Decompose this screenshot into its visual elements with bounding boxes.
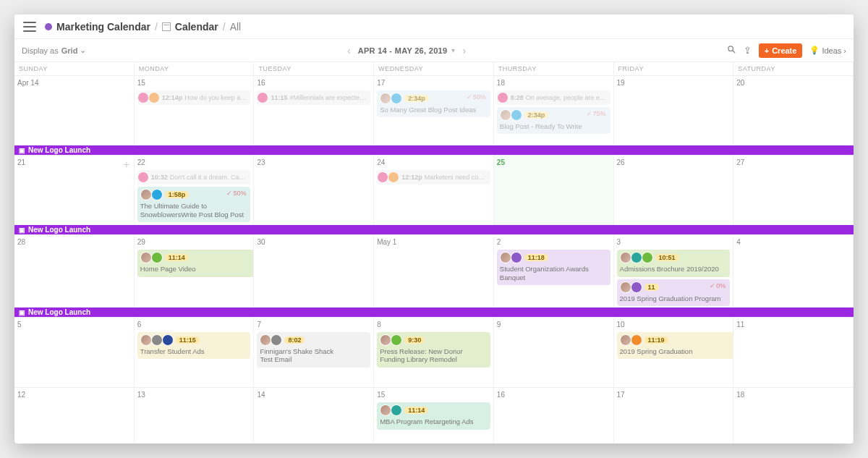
item-title: Transfer Student Ads <box>140 347 248 355</box>
campaign-bar[interactable]: ▣New Logo Launch <box>14 225 854 234</box>
day-header: Sunday <box>14 62 135 75</box>
item-title: So Many Great Blog Post Ideas <box>380 106 488 114</box>
day-cell[interactable]: 2412:12pMarketers need consis… <box>374 156 494 225</box>
folder-icon: ▣ <box>19 309 25 316</box>
ideas-button[interactable]: 💡 Ideas › <box>809 46 846 55</box>
day-cell[interactable]: 2911:14Home Page Video <box>135 235 255 308</box>
channel-icon <box>257 92 268 103</box>
calendar-item[interactable]: 2:34p50%So Many Great Blog Post Ideas <box>377 90 490 117</box>
day-cell[interactable]: 23 <box>254 156 374 225</box>
social-message[interactable]: 10:32Don't call it a dream. Ca… <box>137 170 251 185</box>
day-number: 25 <box>497 157 610 168</box>
day-cell[interactable]: 211:18Student Organization Awards Banque… <box>494 235 614 308</box>
day-cell[interactable]: 9 <box>494 318 614 387</box>
avatar <box>140 252 152 263</box>
day-cell[interactable]: May 1 <box>374 235 494 308</box>
add-item-button[interactable]: + <box>124 158 129 170</box>
social-message[interactable]: 12:14pHow do you keep a pu… <box>137 90 251 105</box>
day-number: 21 <box>17 157 131 168</box>
campaign-bar[interactable]: ▣New Logo Launch <box>14 145 854 155</box>
day-cell[interactable]: 27 <box>733 156 854 225</box>
social-message[interactable]: 12:12pMarketers need consis… <box>377 170 490 185</box>
breadcrumb-filter[interactable]: All <box>230 21 242 33</box>
day-cell[interactable]: 12 <box>14 388 135 444</box>
day-cell[interactable]: 25 <box>494 156 614 225</box>
day-cell[interactable]: 13 <box>135 388 255 444</box>
campaign-bar[interactable]: ▣New Logo Launch <box>14 308 854 317</box>
calendar-icon <box>162 22 171 31</box>
calendar-item[interactable]: 11:14Home Page Video <box>137 250 255 276</box>
social-message[interactable]: 11:15#Millennials are expecte… <box>257 90 370 105</box>
chevron-down-icon: ⌄ <box>80 46 86 55</box>
progress-badge: 50% <box>226 190 246 197</box>
next-range-button[interactable]: › <box>459 45 469 56</box>
channel-icon <box>511 252 522 263</box>
item-time: 11:14 <box>165 254 189 261</box>
prev-range-button[interactable]: ‹ <box>344 45 354 56</box>
channel-icon <box>151 189 163 200</box>
channel-icon <box>391 93 402 104</box>
calendar-item[interactable]: 1:58p50%The Ultimate Guide to Snowblower… <box>137 187 251 222</box>
day-cell[interactable]: 30 <box>254 235 374 308</box>
day-number: 10 <box>617 319 731 330</box>
day-cell[interactable]: 89:30Press Release: New Donor Funding Li… <box>374 318 494 387</box>
day-cell[interactable]: 188:28On average, people are e…2:34p75%B… <box>494 76 614 145</box>
day-cell[interactable]: 4 <box>733 235 854 308</box>
day-cell[interactable]: 26 <box>614 156 734 225</box>
item-time: 9:30 <box>404 336 425 344</box>
channel-icon <box>137 92 149 103</box>
social-message[interactable]: 8:28On average, people are e… <box>497 90 610 105</box>
day-cell[interactable]: 172:34p50%So Many Great Blog Post Ideas <box>374 76 494 145</box>
day-headers: SundayMondayTuesdayWednesdayThursdayFrid… <box>14 62 854 75</box>
chevron-down-icon[interactable]: ▾ <box>451 46 455 54</box>
day-cell[interactable]: 20 <box>733 76 854 145</box>
share-icon[interactable]: ⇪ <box>744 45 752 56</box>
day-cell[interactable]: 1512:14pHow do you keep a pu… <box>135 76 255 145</box>
day-cell[interactable]: 14 <box>254 388 374 444</box>
day-cell[interactable]: 1611:15#Millennials are expecte… <box>254 76 374 145</box>
calendar-item[interactable]: 110%2019 Spring Graduation Program <box>617 279 731 306</box>
day-cell[interactable]: 1011:192019 Spring Graduation <box>614 318 734 387</box>
breadcrumb-section[interactable]: Calendar <box>175 21 218 33</box>
channel-icon <box>642 252 653 263</box>
day-cell[interactable]: 78:02Finnigan's Shake ShackTest Email <box>254 318 374 387</box>
calendar-item[interactable]: 9:30Press Release: New Donor Funding Lib… <box>377 332 490 368</box>
calendar-item[interactable]: 11:192019 Spring Graduation <box>617 332 734 359</box>
calendar-item[interactable]: 2:34p75%Blog Post - Ready To Write <box>497 107 610 134</box>
day-header: Saturday <box>733 62 854 75</box>
topbar: Marketing Calendar / Calendar / All <box>14 14 854 39</box>
calendar-item[interactable]: 11:18Student Organization Awards Banquet <box>497 250 610 285</box>
date-range[interactable]: APR 14 - MAY 26, 2019 <box>358 46 448 55</box>
day-cell[interactable]: 21+ <box>14 156 135 225</box>
channel-icon <box>631 334 642 346</box>
item-time: 11:18 <box>524 254 548 261</box>
display-mode-select[interactable]: Grid ⌄ <box>61 46 87 55</box>
item-title: Student Organization Awards Banquet <box>500 265 608 281</box>
day-cell[interactable]: Apr 14 <box>14 76 135 145</box>
menu-icon[interactable] <box>23 22 36 32</box>
create-button[interactable]: + Create <box>759 43 803 58</box>
day-cell[interactable]: 5 <box>14 318 135 387</box>
search-icon[interactable] <box>727 45 736 56</box>
calendar-item[interactable]: 8:02Finnigan's Shake ShackTest Email <box>257 332 370 368</box>
day-cell[interactable]: 17 <box>614 388 734 444</box>
day-cell[interactable]: 11 <box>733 318 854 387</box>
display-as-label: Display as <box>22 46 59 55</box>
day-cell[interactable]: 611:15Transfer Student Ads <box>135 318 255 387</box>
item-title: MBA Program Retargeting Ads <box>380 417 488 425</box>
calendar-item[interactable]: 10:51Admissions Brochure 2019/2020 <box>617 250 731 276</box>
breadcrumb-folder[interactable]: Marketing Calendar <box>56 21 150 33</box>
day-cell[interactable]: 28 <box>14 235 135 308</box>
breadcrumb: Marketing Calendar / Calendar / All <box>45 21 241 33</box>
avatar <box>140 189 152 200</box>
calendar-item[interactable]: 11:15Transfer Student Ads <box>137 332 251 359</box>
svg-point-0 <box>728 46 733 50</box>
day-cell[interactable]: 18 <box>733 388 854 444</box>
day-cell[interactable]: 310:51Admissions Brochure 2019/2020110%2… <box>614 235 734 308</box>
day-cell[interactable]: 16 <box>494 388 614 444</box>
day-cell[interactable]: 19 <box>614 76 734 145</box>
day-cell[interactable]: 2210:32Don't call it a dream. Ca…1:58p50… <box>135 156 255 225</box>
item-time: 10:51 <box>655 254 679 261</box>
calendar-item[interactable]: 11:14MBA Program Retargeting Ads <box>377 402 490 429</box>
day-cell[interactable]: 1511:14MBA Program Retargeting Ads <box>374 388 494 444</box>
